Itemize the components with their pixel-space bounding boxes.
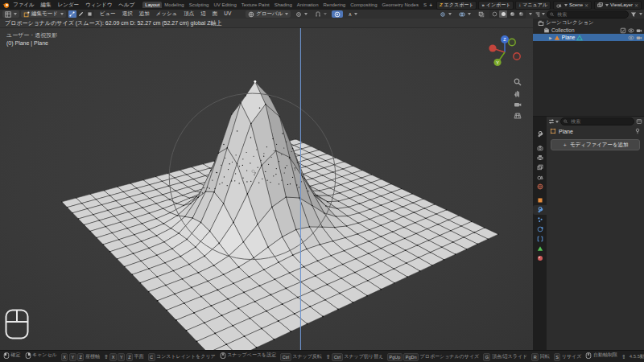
- hint-label: 回転: [540, 353, 550, 360]
- viewport-menu-メッシュ[interactable]: メッシュ: [153, 10, 181, 18]
- properties-tab-scene[interactable]: [533, 172, 547, 182]
- properties-tab-material[interactable]: [533, 253, 547, 263]
- viewport-menu-UV[interactable]: UV: [221, 10, 234, 18]
- navigation-gizmo[interactable]: Z Y: [486, 34, 523, 71]
- unlink-icon[interactable]: ✕: [634, 2, 638, 8]
- workspace-tab-shading[interactable]: Shading: [272, 2, 295, 8]
- mode-selector[interactable]: 編集モード: [21, 10, 66, 18]
- edge-select-button[interactable]: [77, 10, 85, 18]
- editor-type-button[interactable]: [2, 10, 19, 18]
- workspace-tab-compositing[interactable]: Compositing: [348, 2, 379, 8]
- shading-wireframe-button[interactable]: [490, 10, 498, 18]
- outliner-search[interactable]: [547, 10, 629, 19]
- outliner-search-input[interactable]: [555, 11, 625, 18]
- proportional-edit-toggle[interactable]: [332, 10, 343, 18]
- perspective-toggle-icon[interactable]: [513, 111, 522, 120]
- outliner-row-Plane[interactable]: ▶Plane: [533, 34, 644, 41]
- zoom-tool-icon[interactable]: [513, 77, 522, 86]
- gizmo-x-axis[interactable]: [489, 44, 496, 51]
- viewport-menu-追加[interactable]: 追加: [136, 10, 153, 18]
- workspace-tab-texture-paint[interactable]: Texture Paint: [239, 2, 272, 8]
- eye-toggle-icon[interactable]: [628, 27, 634, 34]
- properties-header: [547, 117, 644, 126]
- mmb-mouse-icon: [220, 352, 226, 359]
- workspace-tab-animation[interactable]: Animation: [295, 2, 321, 8]
- shading-rendered-button[interactable]: [517, 10, 525, 18]
- workspace-tab-rendering[interactable]: Rendering: [320, 2, 348, 8]
- eye-toggle-icon[interactable]: [628, 35, 634, 41]
- hint-label: スナップ反転: [292, 353, 322, 360]
- viewport-menu-面[interactable]: 面: [209, 10, 221, 18]
- viewport-menu-選択[interactable]: 選択: [119, 10, 136, 18]
- svg-text:Y: Y: [496, 60, 499, 65]
- properties-tab-object-data[interactable]: [533, 244, 547, 253]
- properties-options-button[interactable]: [636, 118, 642, 125]
- properties-tab-physics[interactable]: [533, 224, 547, 234]
- pivot-point-selector[interactable]: [293, 10, 310, 18]
- show-gizmo-toggle[interactable]: [437, 10, 454, 18]
- gizmo-y-neg-axis[interactable]: [509, 39, 515, 45]
- workspace-tab-layout[interactable]: Layout: [142, 2, 162, 8]
- 3d-viewport-canvas[interactable]: [0, 27, 533, 351]
- menu-編集[interactable]: 編集: [38, 2, 55, 7]
- properties-tab-object[interactable]: [533, 195, 547, 205]
- viewport-menu-頂点[interactable]: 頂点: [180, 10, 197, 18]
- cam-toggle-icon[interactable]: [636, 27, 642, 34]
- pin-icon[interactable]: [634, 128, 641, 134]
- properties-tab-output[interactable]: [533, 153, 547, 162]
- properties-search-input[interactable]: [569, 118, 631, 125]
- viewlayer-selector[interactable]: ViewLayer ✕: [594, 1, 642, 10]
- add-workspace-button[interactable]: +: [427, 2, 435, 9]
- pan-hand-icon[interactable]: [513, 88, 522, 97]
- properties-tab-view-layer[interactable]: [533, 162, 547, 172]
- properties-tab-constraints[interactable]: [533, 234, 547, 244]
- properties-search[interactable]: [560, 117, 634, 125]
- export-button[interactable]: Zエクスポート: [436, 1, 477, 10]
- face-select-button[interactable]: [86, 10, 94, 18]
- unlink-icon[interactable]: ✕: [584, 2, 588, 8]
- properties-tab-tool[interactable]: [533, 130, 547, 139]
- gizmo-x-neg-axis[interactable]: [514, 53, 520, 60]
- camera-view-icon[interactable]: [513, 100, 522, 109]
- import-button[interactable]: »インポート: [478, 1, 514, 10]
- transform-orientation-selector[interactable]: グローバル: [246, 10, 291, 18]
- view-perspective-label: ユーザー・透視投影: [6, 31, 57, 39]
- 3d-viewport[interactable]: ユーザー・透視投影 (0) Plane | Plane Z Y: [0, 27, 533, 351]
- statusbar-hint-キャンセル: キャンセル: [25, 352, 57, 359]
- outliner-row-シーンコレクション[interactable]: シーンコレクション: [533, 19, 644, 27]
- menu-ヘルプ[interactable]: ヘルプ: [115, 2, 138, 7]
- viewport-menu-ビュー[interactable]: ビュー: [97, 10, 119, 18]
- cam-toggle-icon[interactable]: [636, 35, 642, 41]
- properties-editor-button[interactable]: [548, 118, 559, 125]
- shading-material-button[interactable]: [508, 10, 516, 18]
- properties-tab-render[interactable]: [533, 143, 547, 153]
- proportional-falloff-selector[interactable]: ∧: [345, 10, 360, 18]
- workspace-tab-sculpting[interactable]: Sculpting: [187, 2, 212, 8]
- xray-toggle[interactable]: [476, 10, 487, 18]
- outliner-filter-button[interactable]: [630, 11, 637, 18]
- menu-ウィンドウ[interactable]: ウィンドウ: [82, 2, 115, 7]
- expand-arrow-icon[interactable]: ▶: [549, 35, 552, 40]
- show-overlays-toggle[interactable]: [456, 10, 473, 18]
- workspace-tab-geometry-nodes[interactable]: Geometry Nodes: [380, 2, 421, 8]
- chevron-down-icon[interactable]: [529, 13, 532, 15]
- properties-tab-modifiers[interactable]: [533, 205, 547, 215]
- workspace-tab-scripting[interactable]: Scripting: [421, 2, 427, 8]
- menu-ファイル[interactable]: ファイル: [10, 2, 38, 7]
- outliner-row-Collection[interactable]: Collection: [533, 27, 644, 34]
- properties-tab-particles[interactable]: [533, 215, 547, 224]
- menu-レンダー[interactable]: レンダー: [55, 2, 82, 7]
- viewport-menu-辺[interactable]: 辺: [197, 10, 209, 18]
- workspace-tab-modeling[interactable]: Modeling: [162, 2, 186, 8]
- check-toggle-icon[interactable]: [620, 27, 626, 34]
- manual-button[interactable]: ↓マニュアル: [515, 1, 551, 10]
- shading-solid-button[interactable]: [499, 10, 507, 18]
- blender-logo-icon[interactable]: [2, 2, 10, 9]
- properties-tab-world[interactable]: [533, 182, 547, 191]
- outliner-editor-button[interactable]: [535, 11, 545, 18]
- scene-selector[interactable]: Scene ✕: [553, 1, 592, 10]
- snap-toggle[interactable]: [312, 10, 329, 18]
- workspace-tab-uv-editing[interactable]: UV Editing: [211, 2, 238, 8]
- vertex-select-button[interactable]: [68, 10, 76, 18]
- add-modifier-button[interactable]: ＋ モディファイアーを追加: [551, 139, 640, 150]
